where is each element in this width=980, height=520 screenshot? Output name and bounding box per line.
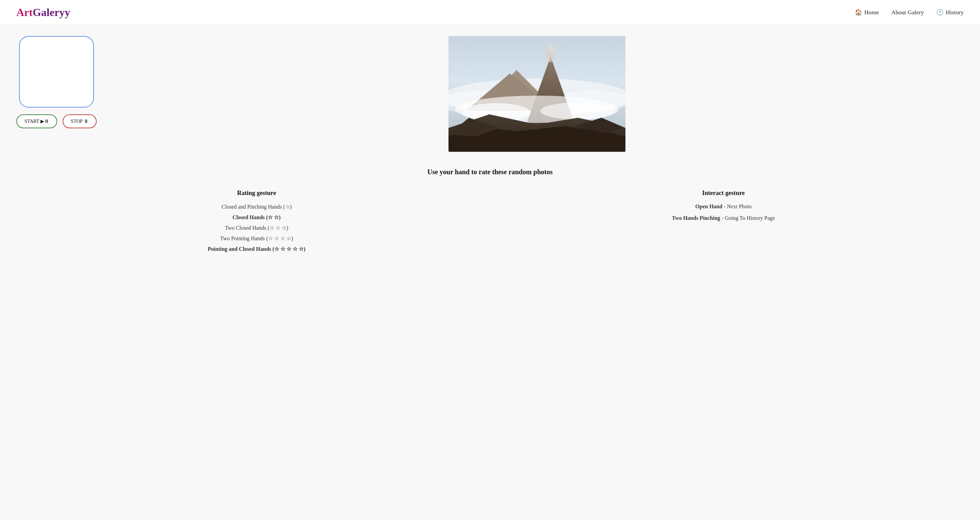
main-content: START ▶⏸ STOP ⏸ (0, 25, 980, 263)
header: ArtGaleryy 🏠 Home About Galery 🕐 History (0, 0, 980, 25)
interact-item-1-strong: Open Hand (695, 204, 722, 209)
interact-gesture-title: Interact gesture (497, 189, 950, 197)
interact-item-2-strong: Two Hands Pinching (672, 215, 721, 221)
photo-container (110, 36, 964, 152)
rating-gesture-list: Closed and Pinching Hands (☆) Closed Han… (30, 204, 483, 252)
stop-button[interactable]: STOP ⏸ (63, 114, 97, 128)
interact-gesture-list: Open Hand - Next Photo Two Hands Pinchin… (497, 204, 950, 221)
logo-art: Art (16, 6, 33, 18)
svg-point-8 (549, 44, 554, 54)
instruction-section: Use your hand to rate these random photo… (16, 168, 964, 176)
camera-buttons: START ▶⏸ STOP ⏸ (16, 114, 97, 128)
history-nav-label: History (946, 9, 964, 16)
home-nav-item[interactable]: 🏠 Home (855, 9, 879, 16)
about-nav-item[interactable]: About Galery (891, 9, 924, 16)
gesture-item-3: Two Closed Hands (☆ ☆ ☆) (225, 224, 288, 231)
mountain-image (449, 36, 625, 152)
interact-gesture-panel: Interact gesture Open Hand - Next Photo … (497, 189, 950, 221)
svg-point-11 (540, 102, 615, 119)
top-section: START ▶⏸ STOP ⏸ (16, 36, 964, 152)
gesture-item-5: Pointing and Closed Hands (☆ ☆ ☆ ☆ ☆) (208, 246, 305, 252)
gesture-section: Rating gesture Closed and Pinching Hands… (16, 189, 964, 252)
rating-gesture-title: Rating gesture (30, 189, 483, 197)
main-nav: 🏠 Home About Galery 🕐 History (855, 9, 964, 16)
gesture-item-4: Two Pointing Hands (☆ ☆ ☆ ☆) (220, 235, 293, 242)
logo-gallery: Galeryy (33, 6, 70, 18)
interact-item-2-rest: - Going To History Page (721, 215, 775, 221)
history-nav-item[interactable]: 🕐 History (936, 9, 964, 16)
instruction-text: Use your hand to rate these random photo… (16, 168, 964, 176)
rating-gesture-panel: Rating gesture Closed and Pinching Hands… (30, 189, 483, 252)
interact-item-2: Two Hands Pinching - Going To History Pa… (672, 215, 775, 221)
camera-box (19, 36, 94, 108)
camera-container: START ▶⏸ STOP ⏸ (16, 36, 97, 128)
interact-item-1-rest: - Next Photo (722, 204, 752, 209)
gesture-item-2: Closed Hands (☆ ☆) (232, 214, 280, 221)
gesture-item-1: Closed and Pinching Hands (☆) (221, 204, 292, 210)
interact-item-1: Open Hand - Next Photo (695, 204, 751, 210)
home-icon: 🏠 (855, 9, 862, 16)
about-nav-label: About Galery (891, 9, 924, 16)
home-nav-label: Home (864, 9, 879, 16)
logo: ArtGaleryy (16, 6, 70, 19)
start-button[interactable]: START ▶⏸ (16, 114, 57, 128)
main-photo (449, 36, 625, 152)
history-icon: 🕐 (936, 9, 943, 16)
